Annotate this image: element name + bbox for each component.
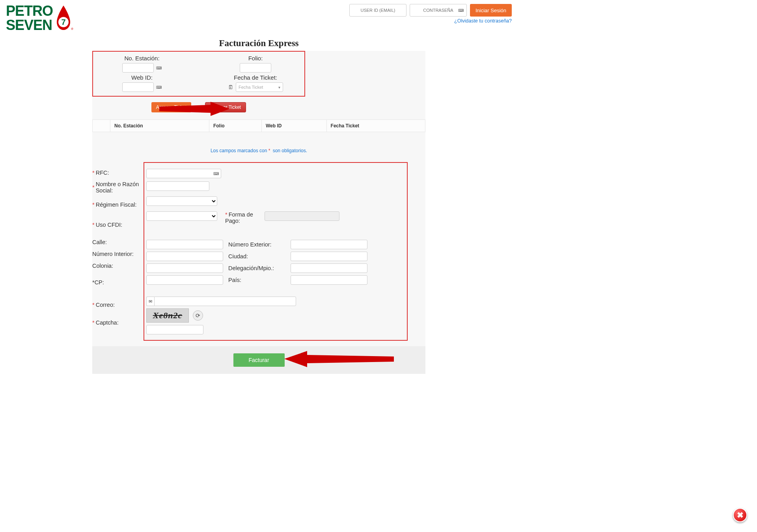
user-id-input[interactable] bbox=[349, 4, 406, 17]
rfc-label: *RFC: bbox=[92, 167, 144, 179]
table-header-blank bbox=[93, 120, 110, 132]
web-id-label: Web ID: bbox=[131, 74, 153, 81]
logo-line1: PETRO bbox=[6, 4, 53, 18]
forma-pago-label: *Forma de Pago: bbox=[225, 211, 261, 224]
keyboard-icon: ⌨ bbox=[156, 66, 162, 70]
table-header-fecha: Fecha Ticket bbox=[326, 120, 425, 132]
nombre-label: *Nombre o Razón Social: bbox=[92, 179, 144, 196]
table-header-folio: Folio bbox=[209, 120, 261, 132]
pais-input[interactable] bbox=[291, 275, 367, 285]
table-header-estacion: No. Estación bbox=[110, 120, 209, 132]
svg-text:7: 7 bbox=[61, 18, 65, 26]
colonia-label: Colonia: bbox=[92, 260, 144, 272]
numero-ext-label: Número Exterior: bbox=[228, 241, 287, 248]
correo-input[interactable] bbox=[154, 297, 296, 306]
facturar-button[interactable]: Facturar bbox=[233, 353, 285, 367]
delegacion-label: Delegación/Mpio.: bbox=[228, 265, 287, 271]
correo-label: *Correo: bbox=[92, 293, 144, 317]
nombre-input[interactable] bbox=[146, 181, 209, 191]
captcha-image: Xe8n2c bbox=[146, 308, 189, 323]
login-button[interactable]: Iniciar Sesión bbox=[470, 4, 512, 17]
ciudad-label: Ciudad: bbox=[228, 253, 287, 259]
refresh-icon: ⟳ bbox=[196, 312, 200, 319]
cp-input[interactable] bbox=[146, 275, 223, 285]
regimen-select[interactable] bbox=[146, 196, 217, 206]
fecha-ticket-label: Fecha de Ticket: bbox=[234, 74, 277, 81]
eliminar-ticket-button[interactable]: Eliminar Ticket bbox=[205, 102, 246, 112]
form-labels-column: *RFC: *Nombre o Razón Social: *Régimen F… bbox=[92, 162, 144, 341]
keyboard-icon: ⌨ bbox=[156, 85, 162, 90]
captcha-label: *Captcha: bbox=[92, 317, 144, 329]
fecha-ticket-input[interactable]: Fecha Ticket ▾ bbox=[236, 82, 283, 92]
keyboard-icon: ⌨ bbox=[458, 8, 464, 13]
numero-ext-input[interactable] bbox=[291, 240, 367, 249]
folio-input[interactable] bbox=[240, 63, 271, 73]
arrow-annotation bbox=[283, 350, 394, 368]
captcha-refresh-button[interactable]: ⟳ bbox=[193, 310, 203, 321]
footer-bar: Facturar bbox=[92, 346, 425, 374]
uso-cfdi-label: *Uso CFDI: bbox=[92, 213, 144, 236]
table-header-webid: Web ID bbox=[261, 120, 326, 132]
calle-label: Calle: bbox=[92, 236, 144, 248]
calendar-icon: 🗓 bbox=[228, 84, 233, 90]
ciudad-input[interactable] bbox=[291, 252, 367, 261]
web-id-input[interactable] bbox=[122, 82, 154, 92]
form-panel: ⌨ *Forma de Pago: Número bbox=[144, 162, 408, 341]
regimen-label: *Régimen Fiscal: bbox=[92, 196, 144, 213]
page-title: Facturación Express bbox=[0, 38, 518, 49]
envelope-icon: ✉ bbox=[146, 297, 154, 306]
folio-label: Folio: bbox=[248, 55, 263, 62]
agregar-ticket-button[interactable]: Agregar Ticket bbox=[151, 102, 191, 112]
svg-marker-4 bbox=[284, 351, 394, 367]
captcha-input[interactable] bbox=[146, 325, 203, 334]
svg-text:®: ® bbox=[71, 27, 73, 31]
calle-input[interactable] bbox=[146, 240, 223, 249]
rfc-input[interactable] bbox=[146, 169, 221, 178]
fecha-ticket-placeholder: Fecha Ticket bbox=[239, 85, 263, 90]
no-estacion-label: No. Estación: bbox=[124, 55, 159, 62]
no-estacion-input[interactable] bbox=[122, 63, 154, 73]
forma-pago-readonly bbox=[265, 211, 339, 221]
tickets-table: No. Estación Folio Web ID Fecha Ticket bbox=[92, 119, 425, 132]
delegacion-input[interactable] bbox=[291, 263, 367, 273]
logo-drop-icon: 7 ® bbox=[54, 5, 73, 32]
chevron-down-icon: ▾ bbox=[278, 85, 280, 90]
uso-cfdi-select[interactable] bbox=[146, 211, 217, 221]
logo-line2: SEVEN bbox=[6, 18, 53, 32]
ticket-form-panel: No. Estación: ⌨ Web ID: ⌨ Folio: Fecha d… bbox=[92, 51, 305, 97]
pais-label: País: bbox=[228, 277, 287, 283]
logo: PETRO SEVEN 7 ® bbox=[6, 4, 73, 32]
forgot-password-link[interactable]: ¿Olvidaste tu contraseña? bbox=[454, 18, 512, 24]
required-note: Los campos marcados con * son obligatori… bbox=[92, 148, 425, 153]
cp-label: *CP: bbox=[92, 272, 144, 293]
numero-int-label: Número Interior: bbox=[92, 248, 144, 260]
numero-int-input[interactable] bbox=[146, 252, 223, 261]
colonia-input[interactable] bbox=[146, 263, 223, 273]
